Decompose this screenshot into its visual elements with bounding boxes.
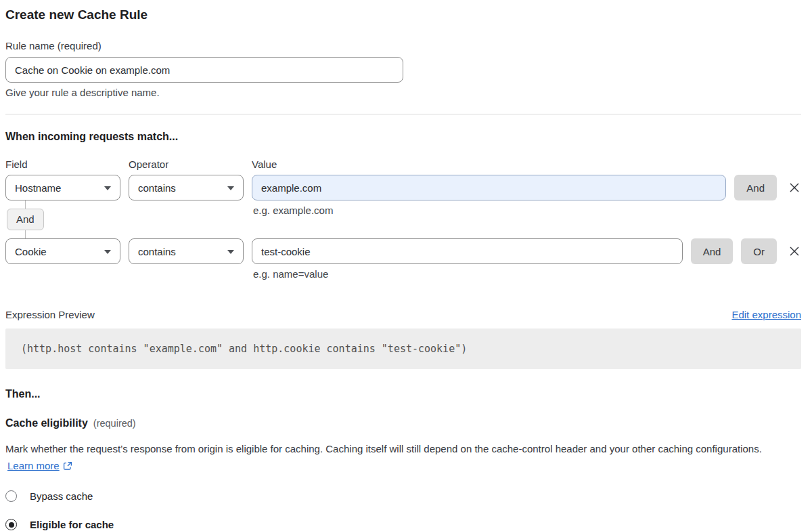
expression-preview-header: Expression Preview Edit expression <box>5 309 801 320</box>
operator-select-2-value: contains <box>138 246 176 257</box>
close-icon <box>788 245 801 258</box>
condition-row-1: Hostname contains e.g. example.com And <box>5 175 801 200</box>
cache-eligibility-description: Mark whether the request’s response from… <box>5 440 790 475</box>
value-hint-1: e.g. example.com <box>253 205 333 216</box>
expression-preview-label: Expression Preview <box>5 309 95 320</box>
or-button-row-2[interactable]: Or <box>741 238 777 264</box>
option-eligible-for-cache[interactable]: Eligible for cache <box>5 519 801 530</box>
value-column-label: Value <box>252 158 277 171</box>
field-select-1[interactable]: Hostname <box>5 175 120 200</box>
then-heading: Then... <box>5 387 801 401</box>
section-divider <box>5 114 801 114</box>
operator-select-2[interactable]: contains <box>129 238 244 264</box>
value-column-1: e.g. example.com <box>252 175 726 200</box>
condition-column-labels: Field Operator Value <box>5 158 801 171</box>
cache-eligibility-header: Cache eligibility (required) <box>5 417 801 429</box>
connector-line-bottom <box>25 230 26 238</box>
close-icon <box>788 181 801 194</box>
radio-selected-icon[interactable] <box>5 519 17 530</box>
remove-condition-1-button[interactable] <box>788 181 801 194</box>
operator-select-1[interactable]: contains <box>129 175 244 200</box>
required-badge: (required) <box>93 418 136 429</box>
condition-connector: And <box>7 200 801 238</box>
remove-condition-2-button[interactable] <box>788 245 801 258</box>
cache-eligibility-title: Cache eligibility <box>5 417 88 429</box>
field-select-2[interactable]: Cookie <box>5 238 120 264</box>
field-column-label: Field <box>5 158 120 171</box>
chevron-down-icon <box>104 250 111 254</box>
learn-more-link[interactable]: Learn more <box>7 460 60 471</box>
page-title: Create new Cache Rule <box>5 7 801 23</box>
connector-line-top <box>25 200 26 209</box>
create-cache-rule-page: Create new Cache Rule Rule name (require… <box>0 0 812 530</box>
radio-unselected-icon[interactable] <box>5 490 17 502</box>
option-bypass-cache[interactable]: Bypass cache <box>5 490 801 502</box>
chevron-down-icon <box>227 250 234 254</box>
field-select-1-value: Hostname <box>15 182 61 194</box>
rule-name-helper: Give your rule a descriptive name. <box>5 87 801 99</box>
and-button-row-1[interactable]: And <box>734 175 777 200</box>
value-column-2: e.g. name=value <box>252 238 683 264</box>
rule-name-input[interactable] <box>5 57 403 83</box>
condition-row-2: Cookie contains e.g. name=value And Or <box>5 238 801 264</box>
value-input-1[interactable] <box>252 175 726 200</box>
rule-name-label: Rule name (required) <box>5 40 801 52</box>
option-bypass-cache-label: Bypass cache <box>30 490 93 502</box>
external-link-icon <box>63 459 72 475</box>
conditions-builder: Hostname contains e.g. example.com And <box>5 175 801 264</box>
expression-preview-code: (http.host contains "example.com" and ht… <box>5 328 801 369</box>
chevron-down-icon <box>104 186 111 190</box>
operator-column-label: Operator <box>129 158 244 171</box>
connector-and-chip[interactable]: And <box>7 209 44 230</box>
field-select-2-value: Cookie <box>15 246 47 257</box>
option-eligible-for-cache-label: Eligible for cache <box>30 519 114 530</box>
chevron-down-icon <box>227 186 234 190</box>
value-hint-2: e.g. name=value <box>253 268 328 280</box>
operator-select-1-value: contains <box>138 182 176 194</box>
edit-expression-link[interactable]: Edit expression <box>731 309 801 320</box>
value-input-2[interactable] <box>252 238 683 264</box>
description-text: Mark whether the request’s response from… <box>5 443 762 454</box>
match-heading: When incoming requests match... <box>5 130 801 144</box>
and-button-row-2[interactable]: And <box>691 238 734 264</box>
